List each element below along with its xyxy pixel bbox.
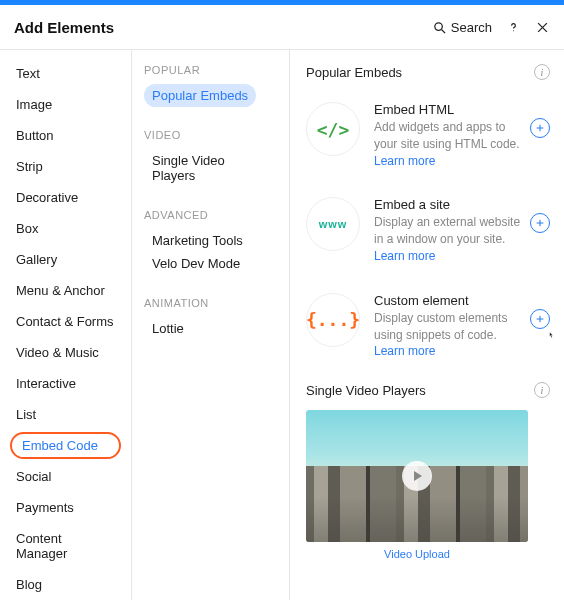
subcategory-heading: ANIMATION (144, 297, 277, 309)
info-icon[interactable]: i (534, 64, 550, 80)
subcategory-heading: POPULAR (144, 64, 277, 76)
embed-title: Custom element (374, 293, 524, 308)
help-icon (506, 20, 521, 35)
category-item[interactable]: Embed Code (10, 432, 121, 459)
category-item[interactable]: Video & Music (10, 339, 121, 366)
close-button[interactable] (535, 20, 550, 35)
embed-option: wwwEmbed a siteDisplay an external websi… (306, 187, 550, 282)
subcategory-item[interactable]: Single Video Players (144, 149, 277, 187)
search-icon (432, 20, 447, 35)
embed-title: Embed a site (374, 197, 524, 212)
video-thumbnail[interactable] (306, 410, 528, 542)
category-item[interactable]: Payments (10, 494, 121, 521)
subcategory-item[interactable]: Lottie (144, 317, 277, 340)
category-item[interactable]: Menu & Anchor (10, 277, 121, 304)
category-nav: TextImageButtonStripDecorativeBoxGallery… (0, 50, 132, 600)
cursor-pointer-icon (546, 331, 556, 341)
www-icon: www (306, 197, 360, 251)
subcategory-nav: POPULARPopular EmbedsVIDEOSingle Video P… (132, 50, 290, 600)
learn-more-link[interactable]: Learn more (374, 154, 435, 168)
subcategory-item[interactable]: Marketing Tools (144, 229, 277, 252)
svg-line-1 (441, 29, 444, 32)
info-icon[interactable]: i (534, 382, 550, 398)
category-item[interactable]: Strip (10, 153, 121, 180)
play-icon (402, 461, 432, 491)
embed-option: </>Embed HTMLAdd widgets and apps to you… (306, 92, 550, 187)
plus-icon (535, 218, 545, 228)
category-item[interactable]: Social (10, 463, 121, 490)
subcategory-item[interactable]: Popular Embeds (144, 84, 256, 107)
embed-description: Add widgets and apps to your site using … (374, 119, 524, 169)
embed-option: {...}Custom elementDisplay custom elemen… (306, 283, 550, 378)
category-item[interactable]: List (10, 401, 121, 428)
subcategory-heading: ADVANCED (144, 209, 277, 221)
panel-header: Add Elements Search (0, 5, 564, 50)
subcategory-heading: VIDEO (144, 129, 277, 141)
plus-icon (535, 314, 545, 324)
section-header-popular-embeds: Popular Embeds i (306, 64, 550, 80)
category-item[interactable]: Decorative (10, 184, 121, 211)
panel-title: Add Elements (14, 19, 114, 36)
embed-description: Display custom elements using snippets o… (374, 310, 524, 360)
category-item[interactable]: Blog (10, 571, 121, 598)
category-item[interactable]: Content Manager (10, 525, 121, 567)
search-label: Search (451, 20, 492, 35)
svg-point-0 (435, 22, 443, 30)
section-header-video-players: Single Video Players i (306, 382, 550, 398)
plus-icon (535, 123, 545, 133)
section-title: Single Video Players (306, 383, 426, 398)
video-caption[interactable]: Video Upload (306, 548, 528, 560)
results-pane: Popular Embeds i </>Embed HTMLAdd widget… (290, 50, 564, 600)
curly-icon: {...} (306, 293, 360, 347)
category-item[interactable]: Text (10, 60, 121, 87)
category-item[interactable]: Interactive (10, 370, 121, 397)
add-element-button[interactable] (530, 309, 550, 329)
subcategory-item[interactable]: Velo Dev Mode (144, 252, 277, 275)
embed-title: Embed HTML (374, 102, 524, 117)
category-item[interactable]: Box (10, 215, 121, 242)
learn-more-link[interactable]: Learn more (374, 344, 435, 358)
section-title: Popular Embeds (306, 65, 402, 80)
close-icon (535, 20, 550, 35)
category-item[interactable]: Gallery (10, 246, 121, 273)
help-button[interactable] (506, 20, 521, 35)
category-item[interactable]: Image (10, 91, 121, 118)
category-item[interactable]: Contact & Forms (10, 308, 121, 335)
svg-point-2 (513, 30, 514, 31)
category-item[interactable]: Button (10, 122, 121, 149)
html-icon: </> (306, 102, 360, 156)
learn-more-link[interactable]: Learn more (374, 249, 435, 263)
add-element-button[interactable] (530, 213, 550, 233)
search-button[interactable]: Search (432, 20, 492, 35)
embed-description: Display an external website in a window … (374, 214, 524, 264)
add-element-button[interactable] (530, 118, 550, 138)
